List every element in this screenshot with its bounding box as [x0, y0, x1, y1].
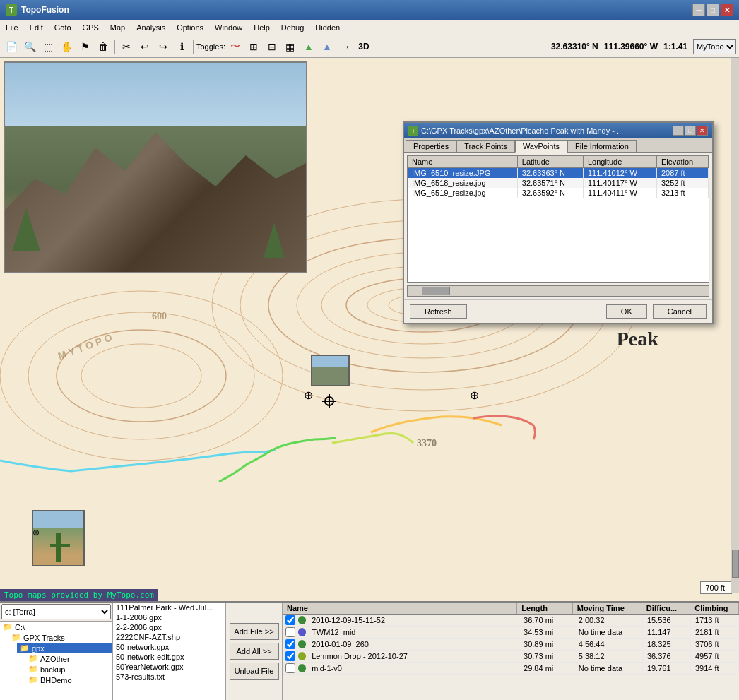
wpt-lat-0: 32.63363° N [517, 168, 583, 179]
waypoint-row-1[interactable]: IMG_6518_resize.jpg 32.63571° N 111.4011… [408, 178, 709, 188]
gpx-close-button[interactable]: ✕ [697, 126, 708, 136]
tree-item-backup[interactable]: 📁 backup [25, 664, 112, 675]
track-row-1[interactable]: TWM12_mid 34.53 mi No time data 11.147 2… [283, 627, 739, 639]
file-item-3[interactable]: 2222CNF-AZT.shp [113, 632, 225, 642]
menu-gps[interactable]: GPS [77, 22, 105, 33]
add-file-button[interactable]: Add File >> [230, 623, 279, 640]
menu-hidden[interactable]: Hidden [309, 22, 345, 33]
toggle-6[interactable]: ▲ [319, 38, 336, 55]
toggle-2[interactable]: ⊞ [245, 38, 262, 55]
toggle-5[interactable]: ▲ [300, 38, 317, 55]
mode-3d-button[interactable]: 3D [355, 38, 372, 55]
pan-button[interactable]: ✋ [58, 38, 75, 55]
waypoint-thumbnail-2[interactable] [32, 510, 85, 566]
track-col-movingtime[interactable]: Moving Time [573, 603, 642, 614]
menu-analysis[interactable]: Analysis [131, 22, 171, 33]
menu-window[interactable]: Window [209, 22, 248, 33]
menu-goto[interactable]: Goto [49, 22, 77, 33]
menu-file[interactable]: File [0, 22, 24, 33]
gpx-maximize-button[interactable]: □ [685, 126, 696, 136]
tree-item-gpxtracks[interactable]: 📁 GPX Tracks [8, 632, 112, 643]
track-col-length[interactable]: Length [517, 603, 572, 614]
new-button[interactable]: 📄 [3, 38, 20, 55]
zoom-in-button[interactable]: 🔍 [21, 38, 38, 55]
track-check-4[interactable] [285, 663, 295, 673]
track-row-3[interactable]: Lemmon Drop - 2012-10-27 30.73 mi 5:38:1… [283, 651, 739, 663]
minimize-button[interactable]: ─ [692, 4, 705, 16]
gpx-minimize-button[interactable]: ─ [673, 126, 684, 136]
track-row-0[interactable]: 2010-12-09-15-11-52 36.70 mi 2:00:32 15.… [283, 615, 739, 627]
undo-button[interactable]: ↩ [136, 38, 153, 55]
location-pin-2: ⊕ [470, 388, 479, 402]
track-col-difficulty[interactable]: Difficu... [642, 603, 691, 614]
track-row-4[interactable]: mid-1-v0 29.84 mi No time data 19.761 39… [283, 663, 739, 675]
track-check-3[interactable] [285, 651, 295, 661]
waypoints-table-container[interactable]: Name Latitude Longitude Elevation IMG_65… [407, 155, 709, 283]
vscroll-thumb[interactable] [732, 550, 739, 578]
file-item-1[interactable]: 1-1-2006.gpx [113, 612, 225, 622]
waypoint-button[interactable]: ⚑ [76, 38, 93, 55]
tree-item-azother[interactable]: 📁 AZOther [25, 653, 112, 664]
unload-file-button[interactable]: Unload File [230, 663, 279, 680]
track-climb-4: 3914 ft [691, 663, 739, 673]
gpx-hscroll-thumb[interactable] [422, 287, 450, 295]
vertical-scrollbar[interactable] [731, 58, 739, 593]
files-list-panel[interactable]: 111Palmer Park - Wed Jul... 1-1-2006.gpx… [113, 603, 226, 700]
track-check-1[interactable] [285, 627, 295, 637]
tab-properties[interactable]: Properties [406, 140, 456, 152]
menu-help[interactable]: Help [248, 22, 276, 33]
add-all-button[interactable]: Add All >> [230, 643, 279, 660]
toggle-3[interactable]: ⊟ [264, 38, 280, 55]
track-col-climbing[interactable]: Climbing [690, 603, 739, 614]
track-row-2[interactable]: 2010-01-09_260 30.89 mi 4:56:44 18.325 3… [283, 639, 739, 651]
cut-button[interactable]: ✂ [118, 38, 135, 55]
drive-select[interactable]: c: [Terra] [1, 604, 111, 619]
menu-debug[interactable]: Debug [276, 22, 309, 33]
col-header-lat[interactable]: Latitude [517, 156, 583, 168]
gpx-hscrollbar[interactable] [407, 285, 709, 297]
file-item-2[interactable]: 2-2-2006.gpx [113, 622, 225, 632]
maximize-button[interactable]: □ [707, 4, 719, 16]
tree-item-gpx[interactable]: 📁 gpx [17, 643, 112, 653]
tab-trackpoints[interactable]: Track Points [456, 140, 515, 152]
rock-silhouette [5, 117, 306, 272]
cactus-arm-r [61, 544, 70, 547]
menu-options[interactable]: Options [171, 22, 209, 33]
col-header-elev[interactable]: Elevation [656, 156, 708, 168]
cancel-button[interactable]: Cancel [653, 304, 707, 319]
file-item-7[interactable]: 573-results.txt [113, 672, 225, 682]
track-col-name[interactable]: Name [283, 603, 517, 614]
file-item-0[interactable]: 111Palmer Park - Wed Jul... [113, 603, 225, 612]
ok-button[interactable]: OK [606, 304, 647, 319]
waypoint-row-0[interactable]: IMG_6510_resize.JPG 32.63363° N 111.4101… [408, 168, 709, 179]
photo-thumbnail-main[interactable] [4, 61, 307, 273]
info-button[interactable]: ℹ [173, 38, 190, 55]
gpx-dialog-icon: T [408, 126, 418, 136]
toggle-1[interactable]: 〜 [227, 38, 244, 55]
file-item-5[interactable]: 50-network-edit.gpx [113, 652, 225, 662]
file-item-6[interactable]: 50YearNetwork.gpx [113, 662, 225, 672]
tab-fileinfo[interactable]: File Information [567, 140, 637, 152]
menu-map[interactable]: Map [105, 22, 131, 33]
track-check-2[interactable] [285, 639, 295, 649]
col-header-lon[interactable]: Longitude [583, 156, 656, 168]
col-header-name[interactable]: Name [408, 156, 517, 168]
map-source-select[interactable]: MyTopo Aerial Hybrid USGS [693, 39, 736, 54]
file-item-4[interactable]: 50-network.gpx [113, 642, 225, 652]
delete-button[interactable]: 🗑 [95, 38, 112, 55]
track-diff-2: 18.325 [643, 639, 691, 649]
toggle-7[interactable]: → [337, 38, 354, 55]
waypoint-thumbnail-1[interactable] [311, 355, 350, 386]
main-map-area[interactable]: 600 3370 PicachoPeak MYTOPO MYTOPO [0, 58, 739, 601]
close-button[interactable]: ✕ [721, 4, 733, 16]
select-button[interactable]: ⬚ [40, 38, 57, 55]
toggle-4[interactable]: ▦ [282, 38, 299, 55]
refresh-button[interactable]: Refresh [410, 304, 467, 319]
tab-waypoints[interactable]: WayPoints [515, 140, 567, 153]
track-check-0[interactable] [285, 615, 295, 625]
tree-item-bhdemo[interactable]: 📁 BHDemo [25, 675, 112, 685]
waypoint-row-2[interactable]: IMG_6519_resize.jpg 32.63592° N 111.4041… [408, 188, 709, 198]
menu-edit[interactable]: Edit [24, 22, 49, 33]
redo-button[interactable]: ↪ [155, 38, 172, 55]
tree-item-c[interactable]: 📁 C:\ [0, 622, 112, 632]
